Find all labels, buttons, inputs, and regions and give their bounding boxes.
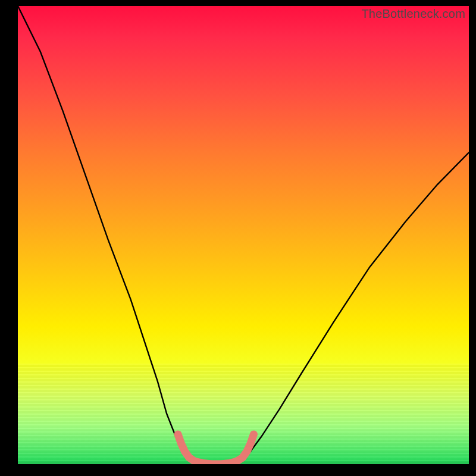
background-gradient [18,6,469,464]
chart-frame: TheBottleneck.com [0,0,476,476]
plot-area: TheBottleneck.com [18,6,469,464]
